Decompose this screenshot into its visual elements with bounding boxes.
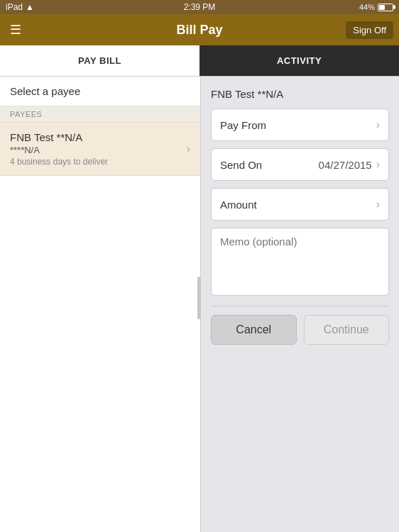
tab-bar: PAY BILL ACTIVITY <box>0 45 399 77</box>
cancel-button[interactable]: Cancel <box>211 315 297 345</box>
hamburger-icon: ☰ <box>10 23 21 37</box>
list-item[interactable]: FNB Test **N/A ****N/A 4 business days t… <box>0 123 200 176</box>
right-panel: FNB Test **N/A Pay From › Send On 04/27/… <box>201 77 399 532</box>
selected-payee-title: FNB Test **N/A <box>211 88 389 100</box>
scroll-indicator <box>197 277 201 319</box>
tab-activity[interactable]: ACTIVITY <box>200 45 399 76</box>
memo-field[interactable] <box>211 228 389 296</box>
pay-from-label: Pay From <box>220 119 266 131</box>
send-on-label: Send On <box>220 159 262 171</box>
chevron-right-icon: › <box>376 198 380 211</box>
status-bar: iPad ▲ 2:39 PM 44% <box>0 0 399 14</box>
device-label: iPad <box>6 2 23 12</box>
main-layout: Select a payee PAYEES FNB Test **N/A ***… <box>0 77 399 532</box>
header: ☰ Bill Pay Sign Off <box>0 14 399 45</box>
battery-percent: 44% <box>359 3 375 11</box>
payees-section-header: PAYEES <box>0 106 200 123</box>
status-left: iPad ▲ <box>6 2 34 12</box>
wifi-icon: ▲ <box>26 2 34 12</box>
payee-info: FNB Test **N/A ****N/A 4 business days t… <box>10 131 187 167</box>
amount-label: Amount <box>220 199 257 211</box>
chevron-right-icon: › <box>187 143 190 155</box>
memo-input[interactable] <box>220 235 380 285</box>
send-on-field[interactable]: Send On 04/27/2015 › <box>211 148 389 181</box>
pay-from-value: › <box>376 118 380 131</box>
hamburger-button[interactable]: ☰ <box>7 21 24 39</box>
amount-field[interactable]: Amount › <box>211 188 389 221</box>
payee-name: FNB Test **N/A <box>10 131 187 143</box>
status-time: 2:39 PM <box>184 2 216 12</box>
select-payee-section: Select a payee <box>0 77 200 106</box>
chevron-right-icon: › <box>376 158 380 171</box>
sign-off-button[interactable]: Sign Off <box>346 21 393 39</box>
pay-from-field[interactable]: Pay From › <box>211 109 389 141</box>
tab-pay-bill[interactable]: PAY BILL <box>0 45 200 76</box>
select-payee-label: Select a payee <box>10 85 80 97</box>
send-on-value: 04/27/2015 › <box>319 158 380 171</box>
payee-delivery: 4 business days to deliver <box>10 157 187 167</box>
left-panel: Select a payee PAYEES FNB Test **N/A ***… <box>0 77 201 532</box>
send-on-date: 04/27/2015 <box>319 159 372 171</box>
amount-value: › <box>376 198 380 211</box>
chevron-right-icon: › <box>376 118 380 131</box>
divider <box>211 306 389 306</box>
page-title: Bill Pay <box>176 23 222 38</box>
continue-button[interactable]: Continue <box>304 315 390 345</box>
status-right: 44% <box>359 3 393 11</box>
action-buttons: Cancel Continue <box>211 315 389 345</box>
battery-icon <box>378 4 393 11</box>
payee-account: ****N/A <box>10 145 187 155</box>
